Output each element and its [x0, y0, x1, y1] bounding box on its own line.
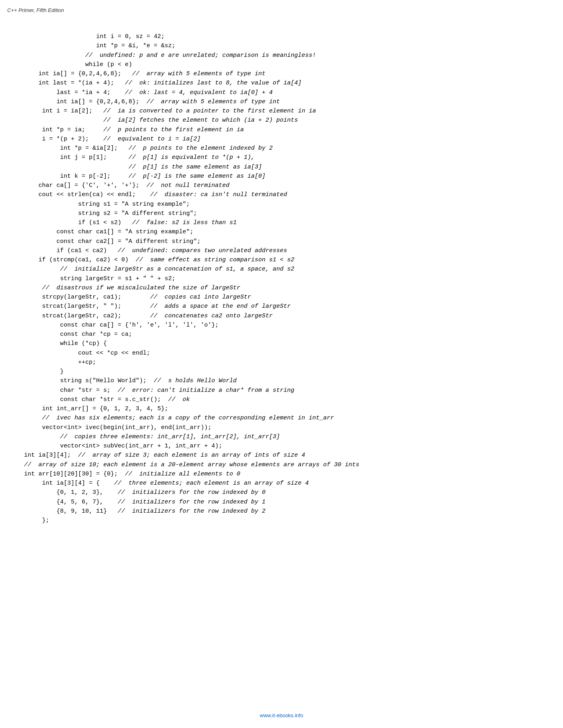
code-line: int *p = &ia[2]; // p points to the elem…: [24, 144, 539, 153]
code-line: // initialize largeStr as a concatenatio…: [24, 265, 539, 274]
code-line: char *str = s; // error: can't initializ…: [24, 386, 539, 395]
code-line: string s2 = "A different string";: [24, 209, 539, 218]
code-line: const char *str = s.c_str(); // ok: [24, 395, 539, 404]
code-line: string s1 = "A string example";: [24, 200, 539, 209]
code-line: const char *cp = ca;: [24, 330, 539, 339]
code-line: const char ca2[] = "A different string";: [24, 237, 539, 246]
code-line: string s("Hello World"); // s holds Hell…: [24, 376, 539, 385]
code-line: // ia[2] fetches the element to which (i…: [24, 116, 539, 125]
code-line: if (s1 < s2) // false: s2 is less than s…: [24, 218, 539, 227]
code-line: last = *ia + 4; // ok: last = 4, equival…: [24, 88, 539, 97]
code-line: cout << strlen(ca) << endl; // disaster:…: [24, 190, 539, 199]
code-line: int int_arr[] = {0, 1, 2, 3, 4, 5};: [24, 404, 539, 413]
code-line: ++cp;: [24, 358, 539, 367]
code-line: {4, 5, 6, 7}, // initializers for the ro…: [24, 497, 539, 507]
code-line: // p[1] is the same element as ia[3]: [24, 162, 539, 172]
code-block: int i = 0, sz = 42; int *p = &i, *e = &s…: [24, 32, 539, 525]
code-line: // undefined: p and e are unrelated; com…: [24, 51, 539, 60]
code-line: int ia[] = {0,2,4,6,8}; // array with 5 …: [24, 97, 539, 106]
code-line: int last = *(ia + 4); // ok: initializes…: [24, 78, 539, 88]
code-line: {0, 1, 2, 3}, // initializers for the ro…: [24, 488, 539, 497]
code-line: i = *(p + 2); // equivalent to i = ia[2]: [24, 134, 539, 144]
code-line: int j = p[1]; // p[1] is equivalent to *…: [24, 153, 539, 162]
code-line: {8, 9, 10, 11} // initializers for the r…: [24, 507, 539, 516]
code-line: int ia[3][4]; // array of size 3; each e…: [24, 451, 539, 460]
code-line: string largeStr = s1 + " " + s2;: [24, 274, 539, 283]
code-line: }: [24, 367, 539, 376]
code-line: int i = 0, sz = 42;: [24, 32, 539, 41]
code-line: while (p < e): [24, 60, 539, 69]
code-line: vector<int> ivec(begin(int_arr), end(int…: [24, 423, 539, 432]
code-line: int arr[10][20][30] = {0}; // initialize…: [24, 469, 539, 479]
code-line: // ivec has six elements; each is a copy…: [24, 413, 539, 423]
code-line: // copies three elements: int_arr[1], in…: [24, 432, 539, 441]
code-line: if (strcmp(ca1, ca2) < 0) // same effect…: [24, 255, 539, 265]
code-line: int *p = ia; // p points to the first el…: [24, 125, 539, 134]
code-line: int i = ia[2]; // ia is converted to a p…: [24, 106, 539, 116]
code-line: int ia[] = {0,2,4,6,8}; // array with 5 …: [24, 69, 539, 78]
code-line: // disastrous if we miscalculated the si…: [24, 283, 539, 293]
code-line: const char ca[] = {'h', 'e', 'l', 'l', '…: [24, 321, 539, 330]
code-line: strcat(largeStr, " "); // adds a space a…: [24, 302, 539, 311]
code-line: char ca[] = {'C', '+', '+'}; // not null…: [24, 181, 539, 190]
page-title: C++ Primer, Fifth Edition: [7, 7, 64, 13]
code-line: while (*cp) {: [24, 339, 539, 348]
code-line: if (ca1 < ca2) // undefined: compares tw…: [24, 246, 539, 255]
footer-link[interactable]: www.it-ebooks.info: [260, 712, 303, 718]
code-line: };: [24, 516, 539, 525]
code-line: int *p = &i, *e = &sz;: [24, 41, 539, 50]
code-line: // array of size 10; each element is a 2…: [24, 460, 539, 469]
code-line: const char ca1[] = "A string example";: [24, 227, 539, 237]
code-line: strcpy(largeStr, ca1); // copies ca1 int…: [24, 293, 539, 302]
code-line: int ia[3][4] = { // three elements; each…: [24, 479, 539, 488]
code-line: strcat(largeStr, ca2); // concatenates c…: [24, 311, 539, 321]
code-line: vector<int> subVec(int_arr + 1, int_arr …: [24, 441, 539, 451]
code-line: int k = p[-2]; // p[-2] is the same elem…: [24, 172, 539, 181]
code-line: cout << *cp << endl;: [24, 349, 539, 358]
